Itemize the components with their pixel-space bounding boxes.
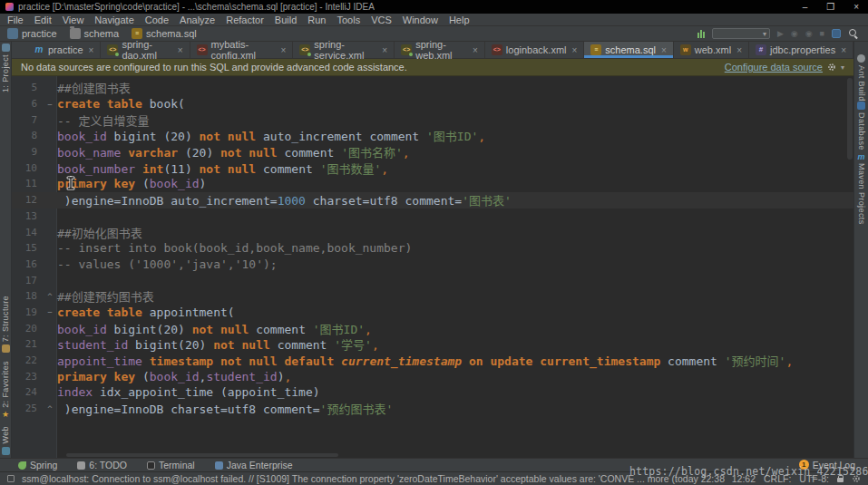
tool-window-button-spring[interactable]: Spring <box>18 460 57 470</box>
tool-window-toggle-icon[interactable] <box>7 475 15 482</box>
tab-loginback-xml[interactable]: <>loginback.xml× <box>485 42 584 58</box>
javaee-icon <box>215 461 223 470</box>
menu-edit[interactable]: Edit <box>29 14 57 26</box>
horizontal-scrollbar[interactable] <box>66 453 338 457</box>
resume-button[interactable]: ◉ <box>791 29 798 38</box>
datasource-banner: No data sources are configured to run th… <box>12 59 853 76</box>
lock-icon[interactable] <box>837 478 844 482</box>
tab-spring-service-xml[interactable]: <>spring-service.xml× <box>293 42 395 58</box>
fold-marker-icon[interactable]: ^ <box>43 292 57 301</box>
gear-icon[interactable] <box>852 474 861 483</box>
token: -- values ('1000','java','10'); <box>57 257 278 271</box>
tab-close-icon[interactable]: × <box>571 45 577 55</box>
tab-web-xml[interactable]: wweb.xml× <box>674 42 749 58</box>
tool-window-button-terminal[interactable]: Terminal <box>147 460 195 470</box>
line-ending-indicator[interactable]: CRLF: <box>764 473 791 484</box>
tool-window-button-maven-projects[interactable]: mMaven Projects <box>854 152 868 225</box>
run-config-dropdown[interactable]: ▾ <box>712 28 770 39</box>
search-icon[interactable] <box>848 28 859 39</box>
tab-jdbc-properties[interactable]: #jdbc.properties× <box>749 42 853 58</box>
breadcrumb-item-schema-sql[interactable]: ≡schema.sql <box>132 28 197 39</box>
caret-position[interactable]: 12:62 <box>732 473 756 484</box>
menu-refactor[interactable]: Refactor <box>220 14 269 26</box>
menu-analyze[interactable]: Analyze <box>174 14 220 26</box>
gear-icon[interactable] <box>827 63 836 72</box>
line-number: 12 <box>12 194 43 206</box>
line-number: 22 <box>12 354 43 366</box>
tool-window-label: Database <box>857 112 866 150</box>
menu-file[interactable]: File <box>2 14 29 26</box>
tool-window-label: 1: Project <box>1 54 10 92</box>
run-config-icon[interactable] <box>697 30 705 38</box>
event-log-button[interactable]: 1 Event Log <box>799 458 855 471</box>
menu-run[interactable]: Run <box>302 14 331 26</box>
menu-navigate[interactable]: Navigate <box>89 14 139 26</box>
token: create table <box>57 97 142 111</box>
minimize-button[interactable]: – <box>803 2 808 12</box>
tab-close-icon[interactable]: × <box>89 45 94 55</box>
tab-spring-web-xml[interactable]: <>spring-web.xml× <box>395 42 485 58</box>
banner-message: No data sources are configured to run th… <box>21 62 407 73</box>
tool-window-button-2-favorites[interactable]: 2: Favorites★ <box>0 361 11 419</box>
tool-window-button-java-enterprise[interactable]: Java Enterprise <box>215 460 293 470</box>
code-editor[interactable]: 5##创建图书表6−create table book(7-- 定义自增变量8b… <box>12 76 853 458</box>
maximize-button[interactable]: ❐ <box>826 2 834 12</box>
status-bar: ssm@localhost: Connection to ssm@localho… <box>0 471 868 485</box>
tab-close-icon[interactable]: × <box>661 45 667 55</box>
tab-label: spring-service.xml <box>314 39 376 61</box>
vertical-scrollbar[interactable] <box>847 78 853 160</box>
event-log-badge: 1 <box>799 460 809 470</box>
tab-close-icon[interactable]: × <box>736 45 742 55</box>
code-line-8: 8book_id bigint (20) not null auto_incre… <box>12 128 853 144</box>
tab-close-icon[interactable]: × <box>473 45 478 55</box>
profile-button[interactable]: ◉ <box>805 29 813 38</box>
tool-window-button-database[interactable]: Database <box>854 102 868 150</box>
token: comment <box>278 146 341 160</box>
breadcrumb-item-practice[interactable]: practice <box>7 28 57 39</box>
encoding-indicator[interactable]: UTF-8: <box>799 473 829 484</box>
fold-marker-icon[interactable]: − <box>43 100 57 109</box>
tool-window-button-ant-build[interactable]: Ant Build <box>854 54 868 102</box>
token: , <box>785 354 793 368</box>
tab-practice[interactable]: mpractice× <box>27 42 101 58</box>
token: comment <box>270 338 334 352</box>
token: ( <box>135 177 150 190</box>
tool-window-button-7-structure[interactable]: 7: Structure <box>0 296 11 353</box>
globe-icon <box>2 447 10 455</box>
status-message[interactable]: ssm@localhost: Connection to ssm@localho… <box>22 473 725 484</box>
tab-spring-dao-xml[interactable]: <>spring-dao.xml× <box>101 42 190 58</box>
menu-view[interactable]: View <box>57 14 90 26</box>
tool-window-button-web[interactable]: Web <box>0 426 11 455</box>
stop-button[interactable]: ■ <box>820 29 824 38</box>
menu-build[interactable]: Build <box>269 14 302 26</box>
configure-data-source-link[interactable]: Configure data source <box>725 62 823 73</box>
tab-label: jdbc.properties <box>770 44 835 55</box>
token: ##初始化图书表 <box>57 227 142 240</box>
tool-grid-icon[interactable] <box>832 29 841 38</box>
tab-close-icon[interactable]: × <box>281 45 287 55</box>
spring-xml-file-icon: <> <box>299 44 310 55</box>
menu-help[interactable]: Help <box>444 14 475 26</box>
tool-window-button-1-project[interactable]: 1: Project <box>0 44 11 92</box>
code-text: book_id bigint (20) not null auto_increm… <box>57 127 485 144</box>
tab-close-icon[interactable]: × <box>841 45 846 55</box>
menu-tools[interactable]: Tools <box>331 14 366 26</box>
menu-code[interactable]: Code <box>140 14 174 26</box>
run-button[interactable]: ▶ <box>777 29 784 38</box>
tab-schema-sql[interactable]: ≡schema.sql× <box>584 42 673 58</box>
menu-window[interactable]: Window <box>397 14 444 26</box>
fold-marker-icon[interactable]: ^ <box>43 404 57 413</box>
breadcrumb-item-schema[interactable]: schema <box>70 28 120 39</box>
folder-icon <box>70 28 81 39</box>
properties-file-icon: # <box>756 44 766 55</box>
fold-marker-icon[interactable]: − <box>43 307 57 316</box>
close-button[interactable]: × <box>853 2 859 12</box>
tab-mybatis-config-xml[interactable]: <>mybatis-config.xml× <box>190 42 294 58</box>
code-line-12: 12 )engine=InnoDB auto_increment=1000 ch… <box>12 192 853 209</box>
token <box>142 354 150 368</box>
menu-vcs[interactable]: VCS <box>366 14 397 26</box>
tab-close-icon[interactable]: × <box>382 45 387 55</box>
tab-close-icon[interactable]: × <box>178 45 183 55</box>
tool-window-button-6-todo[interactable]: 6: TODO <box>77 460 127 470</box>
tool-window-label: 2: Favorites <box>1 361 10 408</box>
